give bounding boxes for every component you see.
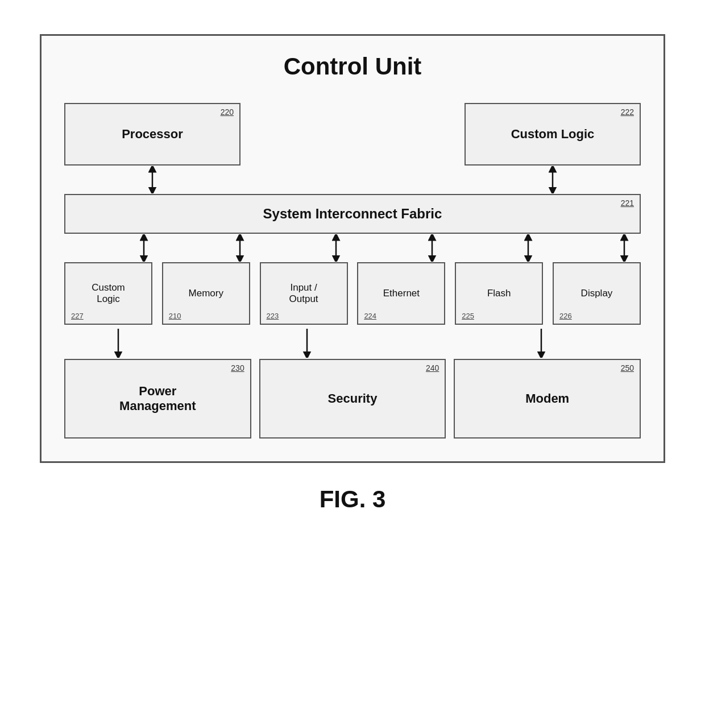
mid-label-5: Display [581,288,613,299]
mid-box-3: 224 Ethernet [357,262,445,325]
outer-diagram-box: Control Unit 220 Processor 222 Custom Lo… [40,34,665,463]
custom-logic-top-label: Custom Logic [505,121,600,147]
fabric-arrow-5-icon [457,234,537,262]
custom-logic-arrow [465,166,641,193]
processor-arrow [64,166,240,193]
bottom-arrow-row [64,325,641,359]
bot-box-0: 230 PowerManagement [64,359,251,439]
bottom-arrow-left [70,326,167,358]
processor-label: Processor [116,121,189,147]
custom-logic-bi-arrow-icon [544,166,561,193]
processor-ref: 220 [221,107,234,117]
bottom-arrow-center [213,326,401,358]
top-arrow-row [64,166,641,194]
bottom-row: 230 PowerManagement 240 Security 250 Mod… [64,359,641,439]
mid-ref-0: 227 [71,312,84,320]
bot-box-2: 250 Modem [454,359,641,439]
mid-label-4: Flash [487,288,511,299]
fabric-arrow-row [64,234,641,262]
bottom-arrow-left-icon [110,326,127,358]
bottom-arrow-center-icon [298,326,316,358]
fabric-arrow-3-icon [265,234,345,262]
processor-box: 220 Processor [64,103,240,166]
mid-box-0: 227 CustomLogic [64,262,152,325]
bot-ref-2: 250 [621,363,634,373]
fabric-box: 221 System Interconnect Fabric [64,194,641,234]
mid-ref-2: 223 [267,312,279,320]
bot-label-0: PowerManagement [114,378,201,419]
main-title: Control Unit [64,53,641,80]
top-row: 220 Processor 222 Custom Logic [64,103,641,166]
bot-label-1: Security [322,386,383,412]
processor-bi-arrow-icon [144,166,161,193]
mid-box-5: 226 Display [553,262,641,325]
bot-ref-1: 240 [426,363,439,373]
middle-row: 227 CustomLogic 210 Memory 223 Input /Ou… [64,262,641,325]
fabric-ref: 221 [621,198,634,208]
bottom-arrow-right [447,326,635,358]
bot-label-2: Modem [520,386,575,412]
bot-box-1: 240 Security [259,359,446,439]
bottom-arrow-right-icon [533,326,550,358]
mid-box-1: 210 Memory [162,262,250,325]
fabric-arrow-1-icon [73,234,152,262]
mid-label-2: Input /Output [289,282,318,305]
fabric-arrow-4-icon [361,234,441,262]
custom-logic-top-ref: 222 [621,107,634,117]
mid-ref-3: 224 [364,312,376,320]
mid-label-1: Memory [189,288,223,299]
mid-label-0: CustomLogic [92,282,125,305]
bot-ref-0: 230 [231,363,244,373]
mid-ref-1: 210 [169,312,181,320]
mid-ref-4: 225 [462,312,474,320]
fabric-label: System Interconnect Fabric [263,206,442,222]
mid-ref-5: 226 [559,312,572,320]
custom-logic-top-box: 222 Custom Logic [465,103,641,166]
fig-label: FIG. 3 [320,486,386,513]
fabric-arrow-6-icon [553,234,633,262]
mid-label-3: Ethernet [383,288,420,299]
mid-box-2: 223 Input /Output [260,262,348,325]
mid-box-4: 225 Flash [455,262,543,325]
fabric-arrow-2-icon [169,234,248,262]
